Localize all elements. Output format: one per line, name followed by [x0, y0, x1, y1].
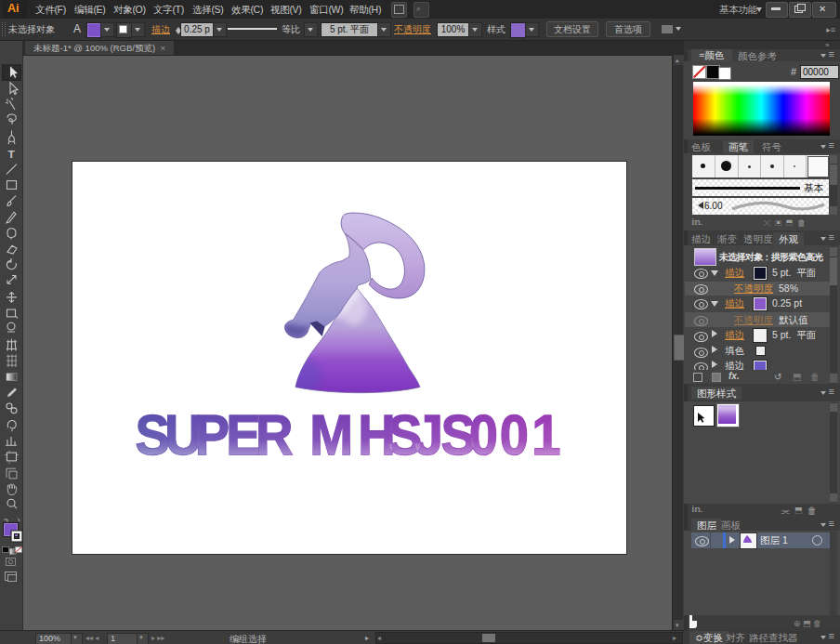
svg-text:T: T — [8, 148, 16, 161]
svg-text:SUPER MHSJS001: SUPER MHSJS001 — [136, 403, 561, 467]
